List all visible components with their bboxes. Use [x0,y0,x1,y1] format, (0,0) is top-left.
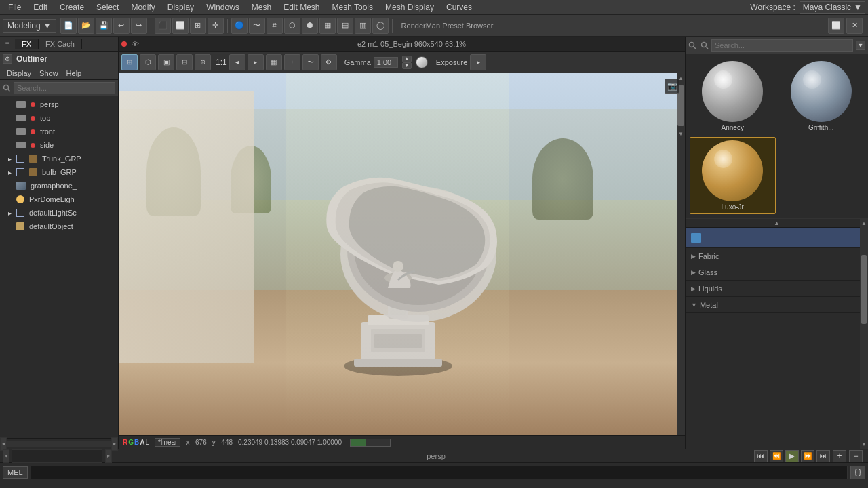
expand-arrow[interactable]: ▸ [5,209,14,217]
scroll-track[interactable] [7,441,111,447]
left-panel-scrollbar[interactable]: ◂ ▸ [0,438,118,449]
workspace-dropdown[interactable]: Maya Classic ▼ [800,1,865,14]
minus-button[interactable]: − [849,450,863,462]
gamma-input[interactable] [374,57,398,68]
move-tool-button[interactable]: ✛ [208,18,224,34]
menu-file[interactable]: File [3,1,26,14]
renderman-search-input[interactable] [711,39,853,52]
redo-button[interactable]: ↪ [131,18,147,34]
viewport-settings-button[interactable]: ⚙ [321,54,337,70]
outliner-settings-icon[interactable]: ⚙ [3,54,12,64]
viewport-render-button[interactable]: ▣ [158,54,174,70]
viewport-canvas[interactable]: ▲ ▼ 📷 [119,73,685,435]
menu-curves[interactable]: Curves [441,1,477,14]
viewport-snapshot-button[interactable]: ⊟ [176,54,193,70]
viewport-shading-button[interactable]: ⊞ [121,54,138,70]
magnet-snap-button[interactable]: 🔵 [231,18,248,34]
viewport-curve-button[interactable]: 〜 [302,54,319,70]
viewport-wireframe-button[interactable]: ⬡ [140,54,156,70]
menu-select[interactable]: Select [91,1,124,14]
sphere-button[interactable]: ◯ [372,18,389,34]
open-scene-button[interactable]: 📂 [78,18,94,34]
viewport-dots-button[interactable]: ⁞ [284,54,300,70]
material-list-item-metal[interactable]: Metal [686,297,868,313]
expand-arrow[interactable]: ▸ [5,168,14,176]
grid-snap-button[interactable]: # [267,18,283,34]
script-editor-button[interactable]: { } [850,466,865,479]
panel-toggle-icon[interactable]: ≡ [0,37,15,52]
tree-item-front[interactable]: front [0,125,118,138]
timeline-track[interactable] [12,449,102,463]
new-scene-button[interactable]: 📄 [60,18,77,34]
outliner-menu-show[interactable]: Show [35,68,62,79]
poly4-button[interactable]: ▤ [337,18,353,34]
timeline-scroll-right[interactable]: ▸ [105,449,112,463]
maximize-button[interactable]: ⬜ [828,18,844,34]
menu-edit[interactable]: Edit [28,1,53,14]
play-button[interactable]: ▶ [785,450,799,462]
menu-edit-mesh[interactable]: Edit Mesh [278,1,325,14]
tree-item-bulb-grp[interactable]: ▸ bulb_GRP [0,165,118,179]
scroll-left-arrow[interactable]: ◂ [0,437,7,451]
step-back-button[interactable]: ⏪ [770,450,783,462]
scroll-down-btn[interactable]: ▼ [860,439,868,449]
poly2-button[interactable]: ⬢ [302,18,318,34]
tree-item-default-object[interactable]: defaultObject [0,220,118,233]
search-options-button[interactable]: ▼ [856,41,865,50]
step-forward-button[interactable]: ⏩ [801,450,814,462]
scroll-down-button[interactable]: ▼ [677,129,684,138]
close-button[interactable]: ✕ [846,18,863,34]
tree-item-persp[interactable]: persp [0,98,118,111]
tree-item-gramaphone[interactable]: gramaphone_ [0,179,118,192]
add-button[interactable]: + [833,450,846,462]
viewport-screenshot-button[interactable]: 📷 [665,79,679,94]
viewport-grid-button[interactable]: ▦ [266,54,282,70]
tree-item-pxr-dome[interactable]: PxrDomeLigh [0,192,118,206]
material-list-item-liquids[interactable]: Liquids [686,281,868,297]
poly5-button[interactable]: ▥ [355,18,371,34]
mel-command-input[interactable] [31,466,848,479]
timeline-scroll-left[interactable]: ◂ [3,449,9,463]
exposure-expand-button[interactable]: ▸ [470,54,486,70]
poly-button[interactable]: ⬡ [284,18,300,34]
menu-mesh-display[interactable]: Mesh Display [380,1,439,14]
expand-arrow[interactable]: ▸ [5,155,14,163]
tree-item-default-light[interactable]: ▸ defaultLightSc [0,206,118,220]
scroll-thumb[interactable] [861,255,867,324]
modeling-dropdown[interactable]: Modeling ▼ [3,19,56,33]
scroll-right-arrow[interactable]: ▸ [111,437,118,451]
material-item-griffith[interactable]: Griffith... [778,58,865,134]
viewport-left-arrow[interactable]: ◂ [229,54,245,70]
scroll-up-area[interactable]: ▲ [686,218,868,228]
material-item-annecy[interactable]: Annecy [690,58,776,134]
right-panel-scrollbar[interactable]: ▲ ▼ [860,218,868,449]
viewport-scrollbar[interactable]: ▲ ▼ [677,73,685,435]
tab-fx[interactable]: FX [15,39,39,49]
menu-display[interactable]: Display [162,1,199,14]
outliner-menu-display[interactable]: Display [3,68,35,79]
gamma-up-button[interactable]: ▲ [402,56,412,62]
menu-create[interactable]: Create [54,1,90,14]
paint-select-button[interactable]: ⊞ [190,18,206,34]
lasso-select-button[interactable]: ⬜ [172,18,189,34]
viewport-camera-button[interactable]: ⊕ [195,54,211,70]
curve-snap-button[interactable]: 〜 [249,18,265,34]
tree-item-side[interactable]: side [0,138,118,152]
viewport-right-arrow[interactable]: ▸ [248,54,264,70]
tree-item-trunk-grp[interactable]: ▸ Trunk_GRP [0,152,118,165]
material-list-item-fabric[interactable]: Fabric [686,248,868,264]
outliner-menu-help[interactable]: Help [62,68,86,79]
material-list-item-blue[interactable] [686,228,868,248]
menu-modify[interactable]: Modify [125,1,160,14]
tree-item-top[interactable]: top [0,111,118,125]
save-scene-button[interactable]: 💾 [96,18,112,34]
menu-windows[interactable]: Windows [201,1,245,14]
undo-button[interactable]: ↩ [113,18,130,34]
poly3-button[interactable]: ▦ [319,18,336,34]
play-backward-button[interactable]: ⏮ [754,450,768,462]
tab-fx-cache[interactable]: FX Cach [39,39,82,49]
menu-mesh-tools[interactable]: Mesh Tools [327,1,378,14]
menu-mesh[interactable]: Mesh [246,1,277,14]
play-forward-button[interactable]: ⏭ [816,450,830,462]
select-tool-button[interactable]: ⬛ [155,18,171,34]
